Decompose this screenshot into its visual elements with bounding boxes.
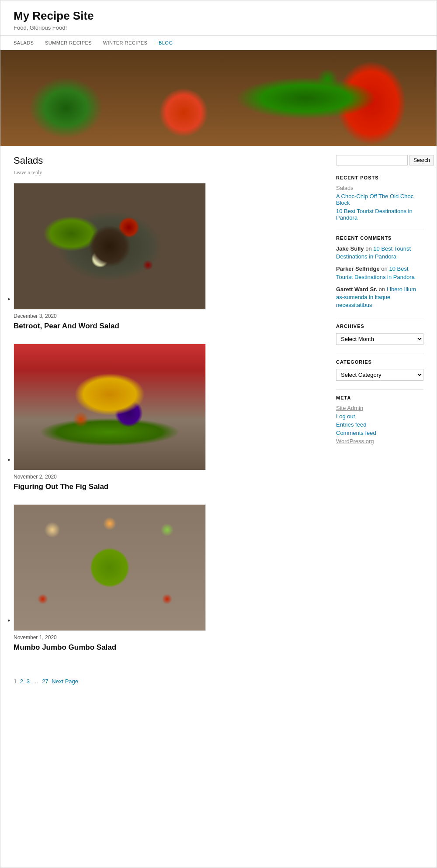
comment-1: Jake Sully on 10 Best Tourist Destinatio… xyxy=(336,245,423,261)
post-image-3 xyxy=(14,504,206,631)
post-title-1[interactable]: Betroot, Pear And Word Salad xyxy=(14,322,323,331)
meta-entries-feed[interactable]: Entries feed xyxy=(336,421,423,428)
site-tagline: Food, Glorious Food! xyxy=(14,24,423,31)
pagination-dots: … xyxy=(33,678,39,685)
post-title-3[interactable]: Mumbo Jumbo Gumbo Salad xyxy=(14,643,323,652)
hero-image xyxy=(0,50,437,146)
post-image-wrapper: • xyxy=(14,183,323,310)
nav-blog[interactable]: BLOG xyxy=(159,40,173,45)
recent-posts-title: RECENT POSTS xyxy=(336,175,423,180)
page-current: 1 xyxy=(14,678,17,685)
recent-comments-section: RECENT COMMENTS Jake Sully on 10 Best To… xyxy=(336,235,423,309)
comment-author-3: Garett Ward Sr. xyxy=(336,286,377,293)
recent-comments-title: RECENT COMMENTS xyxy=(336,235,423,241)
archives-section: ARCHIVES Select Month December 2020 Nove… xyxy=(336,324,423,345)
comment-author-1: Jake Sully xyxy=(336,245,364,252)
page-title: Salads xyxy=(14,155,323,166)
meta-section: META Site Admin Log out Entries feed Com… xyxy=(336,395,423,444)
search-input[interactable] xyxy=(336,155,408,165)
recent-posts-section: RECENT POSTS Salads A Choc-Chip Off The … xyxy=(336,175,423,221)
categories-title: CATEGORIES xyxy=(336,359,423,365)
categories-section: CATEGORIES Select Category Salads Summer… xyxy=(336,359,423,381)
bullet-2: • xyxy=(7,456,10,465)
hero-banner xyxy=(0,50,437,146)
post-title-2[interactable]: Figuring Out The Fig Salad xyxy=(14,482,323,491)
nav-winter[interactable]: WINTER RECIPES xyxy=(103,40,148,45)
leave-reply-link[interactable]: Leave a reply xyxy=(14,169,42,176)
bullet-1: • xyxy=(7,295,10,304)
page-27[interactable]: 27 xyxy=(42,678,48,685)
post-item: • December 3, 2020 Betroot, Pear And Wor… xyxy=(14,183,323,331)
comment-2: Parker Selfridge on 10 Best Tourist Dest… xyxy=(336,265,423,281)
search-button[interactable]: Search xyxy=(409,155,434,165)
nav-salads[interactable]: SALADS xyxy=(14,40,34,45)
bullet-3: • xyxy=(7,617,10,626)
post-date-3: November 1, 2020 xyxy=(14,634,323,641)
meta-title: META xyxy=(336,395,423,400)
meta-comments-feed[interactable]: Comments feed xyxy=(336,430,423,436)
post-item-2: • November 2, 2020 Figuring Out The Fig … xyxy=(14,344,323,491)
content-area: Salads Leave a reply • December 3, 2020 … xyxy=(14,155,323,665)
categories-select[interactable]: Select Category Salads Summer Recipes Wi… xyxy=(336,369,423,381)
recent-post-choc[interactable]: A Choc-Chip Off The Old Choc Block xyxy=(336,193,423,206)
divider-4 xyxy=(336,389,423,390)
nav-bar: SALADS SUMMER RECIPES WINTER RECIPES BLO… xyxy=(0,35,437,50)
comment-on-1: on xyxy=(365,245,373,252)
hero-vegetables xyxy=(0,50,437,146)
page-2[interactable]: 2 xyxy=(20,678,23,685)
comment-author-2: Parker Selfridge xyxy=(336,265,380,272)
main-container: Salads Leave a reply • December 3, 2020 … xyxy=(0,146,437,674)
divider-3 xyxy=(336,354,423,354)
next-page-link[interactable]: Next Page xyxy=(52,678,78,685)
divider-2 xyxy=(336,318,423,318)
meta-site-admin[interactable]: Site Admin xyxy=(336,405,423,411)
sidebar: Search RECENT POSTS Salads A Choc-Chip O… xyxy=(336,155,423,665)
recent-post-pandora[interactable]: 10 Best Tourist Destinations in Pandora xyxy=(336,208,423,221)
meta-log-out[interactable]: Log out xyxy=(336,413,423,420)
post-date-1: December 3, 2020 xyxy=(14,313,323,319)
comment-on-2: on xyxy=(381,265,389,272)
salad-image-2 xyxy=(14,344,205,470)
post-image-wrapper-3: • xyxy=(14,504,323,631)
pagination: 1 2 3 … 27 Next Page xyxy=(0,674,437,693)
page-3[interactable]: 3 xyxy=(27,678,30,685)
post-image-1 xyxy=(14,183,206,310)
nav-summer[interactable]: SUMMER RECIPES xyxy=(45,40,92,45)
meta-wordpress[interactable]: WordPress.org xyxy=(336,438,423,444)
comment-3: Garett Ward Sr. on Libero Illum as-sumen… xyxy=(336,286,423,310)
recent-post-salads[interactable]: Salads xyxy=(336,185,423,191)
site-header: My Recipe Site Food, Glorious Food! xyxy=(0,0,437,35)
salad-image-1 xyxy=(14,183,205,309)
post-item-3: • November 1, 2020 Mumbo Jumbo Gumbo Sal… xyxy=(14,504,323,652)
divider-1 xyxy=(336,230,423,230)
comment-on-3: on xyxy=(379,286,387,293)
site-title: My Recipe Site xyxy=(14,9,423,23)
post-image-2 xyxy=(14,344,206,470)
post-date-2: November 2, 2020 xyxy=(14,474,323,480)
archives-title: ARCHIVES xyxy=(336,324,423,329)
post-image-wrapper-2: • xyxy=(14,344,323,470)
sidebar-search-section: Search xyxy=(336,155,423,165)
archives-select[interactable]: Select Month December 2020 November 2020… xyxy=(336,333,423,345)
salad-image-3 xyxy=(14,505,205,630)
